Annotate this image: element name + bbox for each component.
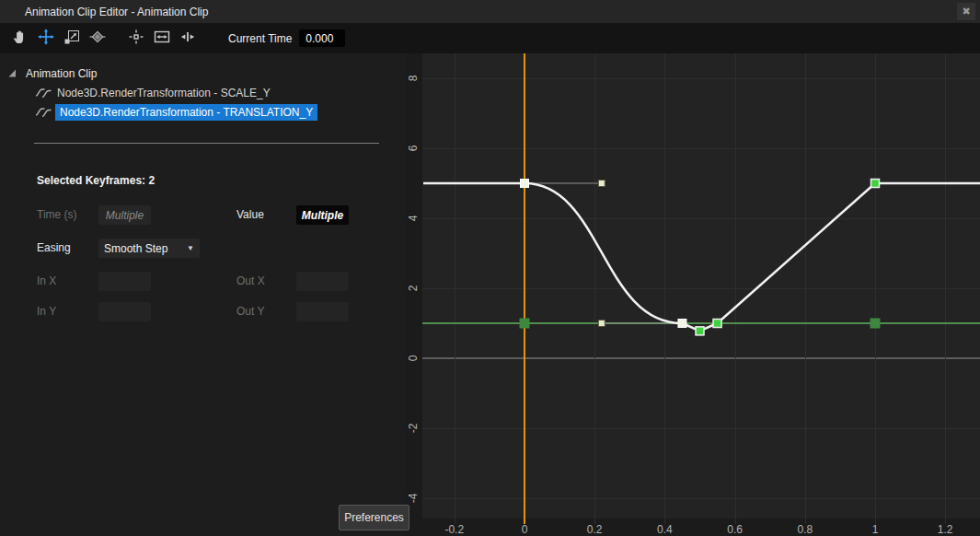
- in-x-input[interactable]: [98, 272, 151, 291]
- scale-tool-button[interactable]: [61, 27, 83, 51]
- tree-root-row[interactable]: Animation Clip: [7, 64, 97, 83]
- x-axis-tick-label: 1: [872, 523, 879, 536]
- center-keyframe-tool-button[interactable]: [125, 27, 147, 51]
- chevron-down-icon: ▼: [187, 244, 194, 252]
- x-axis-tick-label: 0.4: [657, 523, 673, 536]
- in-x-label: In X: [37, 272, 56, 291]
- y-axis-tick-label: 8: [407, 76, 420, 82]
- scale-icon: [63, 29, 80, 48]
- preferences-button[interactable]: Preferences: [339, 505, 409, 530]
- easing-dropdown[interactable]: Smooth Step ▼: [98, 239, 200, 258]
- x-axis-tick-label: 0: [522, 523, 528, 536]
- in-y-label: In Y: [37, 302, 56, 321]
- tree-root-label: Animation Clip: [26, 67, 97, 80]
- tree-item-scale-y[interactable]: Node3D.RenderTransformation - SCALE_Y: [35, 83, 271, 102]
- x-axis-tick-label: 0.8: [797, 523, 813, 536]
- current-time-input[interactable]: [299, 29, 345, 47]
- track-keyframe-marker[interactable]: [520, 319, 530, 329]
- keyframe-diamond-icon: [89, 29, 106, 48]
- curve-track-icon: [35, 106, 52, 119]
- keyframe-marker-selected[interactable]: [678, 320, 686, 328]
- pan-tool-button[interactable]: [9, 27, 31, 51]
- y-axis-tick-label: -4: [407, 494, 420, 504]
- close-button[interactable]: ✖: [957, 3, 975, 20]
- out-x-input[interactable]: [296, 272, 349, 291]
- panel-divider: [34, 143, 379, 144]
- keyframe-marker[interactable]: [713, 320, 721, 328]
- curve-editor-graph[interactable]: 86420-2-4-0.200.20.40.60.811.2: [405, 53, 980, 536]
- current-time-label: Current Time: [228, 32, 292, 45]
- out-x-label: Out X: [236, 272, 265, 291]
- window-title: Animation Clip Editor - Animation Clip: [25, 6, 208, 18]
- tangent-handle[interactable]: [598, 181, 605, 187]
- move-tool-button[interactable]: [35, 27, 57, 51]
- tree-item-translation-y[interactable]: Node3D.RenderTransformation - TRANSLATIO…: [35, 102, 317, 122]
- keyframe-tool-button[interactable]: [86, 27, 109, 51]
- close-icon: ✖: [962, 6, 970, 17]
- track-keyframe-marker[interactable]: [870, 319, 881, 329]
- y-axis-tick-label: 2: [407, 285, 420, 292]
- x-axis-tick-label: 0.6: [727, 523, 743, 536]
- crosshair-center-icon: [128, 29, 144, 48]
- translation-y-curve[interactable]: [423, 183, 980, 331]
- inspector-panel: Animation Clip Node3D.RenderTransformati…: [0, 53, 405, 536]
- animation-clip-editor-window: Animation Clip Editor - Animation Clip ✖: [0, 0, 980, 536]
- tree-item-label-selected: Node3D.RenderTransformation - TRANSLATIO…: [55, 104, 317, 121]
- curve-track-icon: [35, 87, 52, 99]
- x-axis-tick-label: 0.2: [587, 523, 603, 536]
- expander-triangle-icon[interactable]: [7, 68, 17, 78]
- curves-layer: [405, 53, 980, 536]
- time-label: Time (s): [37, 205, 77, 225]
- pan-horizontal-tool-button[interactable]: [177, 27, 199, 51]
- toolbar: Current Time: [0, 23, 980, 53]
- y-axis-tick-label: 4: [407, 216, 420, 222]
- move-arrows-icon: [38, 29, 54, 48]
- value-input[interactable]: [296, 205, 349, 225]
- value-label: Value: [236, 205, 264, 225]
- titlebar: Animation Clip Editor - Animation Clip ✖: [0, 0, 980, 23]
- selected-keyframes-label: Selected Keyframes: 2: [37, 174, 155, 187]
- preferences-label: Preferences: [344, 511, 404, 524]
- split-arrows-icon: [179, 29, 196, 48]
- time-input[interactable]: [98, 205, 151, 225]
- keyframe-marker[interactable]: [871, 180, 880, 188]
- tree-item-label: Node3D.RenderTransformation - SCALE_Y: [57, 87, 271, 99]
- y-axis-tick-label: 6: [407, 146, 420, 152]
- y-axis-tick-label: -2: [407, 424, 420, 434]
- x-axis-tick-label: 1.2: [938, 523, 953, 536]
- keyframe-marker[interactable]: [696, 327, 704, 335]
- fit-horizontal-tool-button[interactable]: [151, 27, 173, 51]
- out-y-input[interactable]: [296, 302, 349, 321]
- easing-label: Easing: [37, 239, 71, 258]
- fit-width-icon: [154, 29, 170, 48]
- y-axis-tick-label: 0: [407, 355, 420, 362]
- out-y-label: Out Y: [236, 302, 264, 321]
- hand-icon: [12, 29, 29, 48]
- easing-value: Smooth Step: [104, 242, 167, 255]
- x-axis-tick-label: -0.2: [444, 523, 464, 536]
- in-y-input[interactable]: [98, 302, 151, 321]
- tangent-handle[interactable]: [598, 320, 605, 327]
- keyframe-marker-selected[interactable]: [521, 180, 529, 188]
